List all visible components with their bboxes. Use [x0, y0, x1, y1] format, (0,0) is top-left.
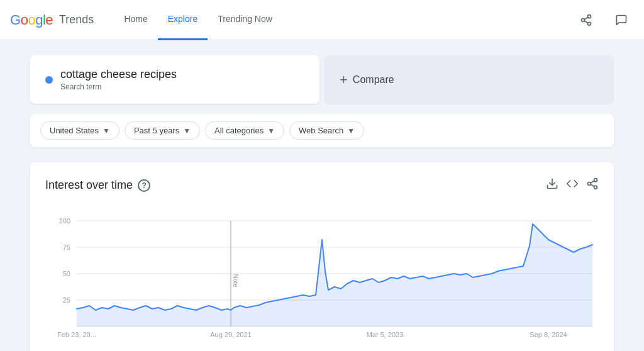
- svg-text:100: 100: [59, 217, 70, 225]
- chart-title-row: Interest over time ?: [45, 179, 150, 192]
- svg-line-9: [591, 184, 594, 186]
- embed-button[interactable]: [566, 177, 579, 193]
- nav-explore[interactable]: Explore: [158, 0, 208, 40]
- filters-row: United States ▼ Past 5 years ▼ All categ…: [30, 114, 614, 147]
- search-type-filter[interactable]: Web Search ▼: [289, 121, 364, 140]
- search-term-text: cottage cheese recipes: [60, 68, 177, 81]
- search-type-chevron-icon: ▼: [347, 126, 355, 135]
- header-actions: [574, 8, 634, 33]
- chart-container: 100 75 50 25 Note Feb 23, 20... Aug 29, …: [45, 208, 599, 349]
- google-logo: Google: [10, 12, 53, 28]
- svg-text:Aug 29, 2021: Aug 29, 2021: [210, 331, 251, 338]
- search-term-card: cottage cheese recipes Search term: [30, 55, 319, 104]
- svg-text:50: 50: [63, 270, 70, 277]
- svg-text:Sep 8, 2024: Sep 8, 2024: [530, 331, 567, 338]
- region-filter-label: United States: [50, 126, 99, 135]
- category-filter-label: All categories: [214, 126, 264, 135]
- share-button[interactable]: [574, 8, 599, 33]
- region-chevron-icon: ▼: [103, 126, 110, 135]
- chart-header: Interest over time ?: [45, 177, 599, 193]
- period-filter[interactable]: Past 5 years ▼: [125, 121, 200, 140]
- interest-chart: 100 75 50 25 Note Feb 23, 20... Aug 29, …: [45, 208, 599, 347]
- period-filter-label: Past 5 years: [134, 126, 179, 135]
- embed-icon: [566, 177, 579, 190]
- svg-text:Note: Note: [232, 274, 239, 287]
- region-filter[interactable]: United States ▼: [40, 121, 119, 140]
- nav-home[interactable]: Home: [114, 0, 157, 40]
- feedback-button[interactable]: [609, 8, 634, 33]
- compare-label: Compare: [353, 74, 394, 86]
- share-icon: [580, 14, 592, 26]
- compare-card[interactable]: + Compare: [325, 55, 614, 104]
- search-term-type: Search term: [60, 82, 177, 91]
- logo: Google Trends: [10, 12, 94, 28]
- svg-line-10: [591, 181, 594, 182]
- share-chart-icon: [586, 177, 599, 190]
- svg-line-4: [584, 17, 588, 19]
- chart-card: Interest over time ?: [30, 162, 614, 351]
- svg-text:Feb 23, 20...: Feb 23, 20...: [57, 331, 96, 338]
- download-icon: [546, 177, 558, 190]
- help-icon[interactable]: ?: [138, 179, 150, 192]
- chart-actions: [546, 177, 599, 193]
- chart-title: Interest over time: [45, 179, 133, 192]
- share-chart-button[interactable]: [586, 177, 599, 193]
- main-content: cottage cheese recipes Search term + Com…: [20, 40, 624, 351]
- nav-trending[interactable]: Trending Now: [208, 0, 282, 40]
- category-filter[interactable]: All categories ▼: [205, 121, 284, 140]
- compare-plus-icon: +: [340, 72, 348, 88]
- search-row: cottage cheese recipes Search term + Com…: [30, 55, 614, 104]
- svg-text:25: 25: [63, 296, 70, 304]
- download-button[interactable]: [546, 177, 558, 193]
- period-chevron-icon: ▼: [183, 126, 191, 135]
- svg-text:Mar 5, 2023: Mar 5, 2023: [367, 331, 404, 338]
- term-color-dot: [45, 76, 53, 84]
- trends-logo-text: Trends: [59, 13, 94, 26]
- category-chevron-icon: ▼: [267, 126, 275, 135]
- feedback-icon: [615, 14, 628, 26]
- main-nav: Home Explore Trending Now: [114, 0, 282, 40]
- svg-line-3: [584, 21, 588, 23]
- header: Google Trends Home Explore Trending Now: [0, 0, 644, 40]
- svg-text:75: 75: [63, 243, 70, 251]
- term-info: cottage cheese recipes Search term: [60, 68, 177, 91]
- search-type-filter-label: Web Search: [299, 126, 343, 135]
